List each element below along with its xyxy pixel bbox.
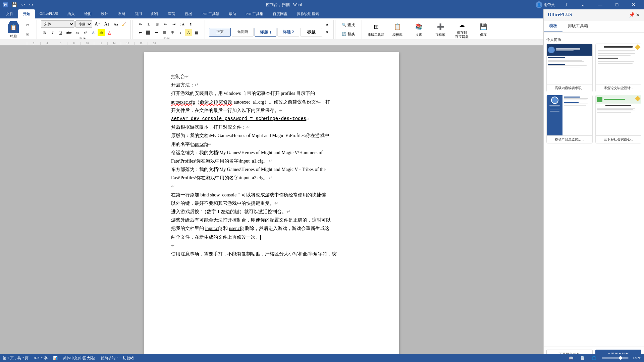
subscript-btn[interactable]: x₂ — [73, 29, 81, 36]
template-card-4[interactable]: 三下乡社会实践心... — [595, 95, 642, 143]
tab-officeplus[interactable]: OfficePLUS — [35, 9, 63, 18]
chinese-layout-btn[interactable]: 中 — [169, 29, 176, 36]
ribbon-collapse-btn[interactable]: ⌄ — [576, 0, 591, 9]
tab-search[interactable]: 操作说明搜索 — [292, 9, 324, 18]
template-grid-1: 高级内容编辑求职... — [546, 44, 641, 92]
find-btn[interactable]: 🔍 查找 — [339, 20, 357, 29]
clear-format-btn[interactable]: 🧹 — [120, 20, 128, 28]
tab-baidu[interactable]: 百度网盘 — [268, 9, 292, 18]
tab-home[interactable]: 开始 — [18, 9, 35, 18]
redo-btn[interactable]: ↪ — [28, 1, 35, 8]
save-btn[interactable]: 💾 保存 — [473, 20, 493, 39]
accessibility-info[interactable]: 辅助功能：一切就绪 — [101, 356, 134, 361]
border-btn[interactable]: ▦ — [193, 29, 200, 36]
undo-btn[interactable]: ↩ — [20, 1, 26, 8]
save-quick-btn[interactable]: 💾 — [10, 1, 18, 8]
op-tab-layout[interactable]: 排版工具箱 — [562, 20, 593, 32]
italic-btn[interactable]: I — [49, 29, 56, 36]
doc-lib-btn[interactable]: 📚 文库 — [409, 20, 429, 39]
replace-btn[interactable]: 🔄 替换 — [339, 29, 357, 38]
font-color-btn[interactable]: A — [106, 29, 113, 36]
align-left-btn[interactable]: ⬅ — [137, 29, 144, 36]
style-title[interactable]: 标题 — [300, 28, 322, 37]
style-normal[interactable]: 正文 — [209, 28, 231, 37]
line-spacing-btn[interactable]: ↕ — [177, 29, 184, 36]
layout-tools-btn[interactable]: ⊞ 排版工具箱 — [366, 20, 386, 39]
user-area[interactable]: 👤 雨帝吴 — [533, 1, 557, 8]
doc-line: 把我的文档里的 input.cfg 和 user.cfg 删除，然后进入游戏，游… — [171, 224, 372, 233]
decrease-indent-btn[interactable]: ⇤ — [162, 20, 169, 28]
template-card-2[interactable]: 毕业论文毕业设计... — [595, 44, 642, 92]
strikethrough-btn[interactable]: abc — [65, 29, 73, 36]
tab-help[interactable]: 帮助 — [224, 9, 241, 18]
justify-btn[interactable]: ☰ — [161, 29, 168, 36]
shrink-font-btn[interactable]: A↓ — [103, 20, 111, 28]
template-card-1[interactable]: 高级内容编辑求职... — [546, 44, 593, 92]
template-lib-btn[interactable]: 📋 模板库 — [387, 20, 408, 39]
underline-btn[interactable]: U — [57, 29, 64, 36]
tab-insert[interactable]: 插入 — [63, 9, 79, 18]
change-case-btn[interactable]: Aa — [112, 20, 119, 28]
maximize-btn[interactable]: □ — [609, 0, 625, 9]
zoom-level[interactable]: 140% — [633, 356, 641, 360]
ruler-mark: 6 — [54, 42, 67, 45]
copy-btn[interactable]: ⎘ — [23, 30, 32, 39]
tab-design[interactable]: 设计 — [96, 9, 113, 18]
tab-pdf1[interactable]: PDF工具箱 — [197, 9, 224, 18]
highlight-btn[interactable]: ab — [98, 29, 105, 36]
styles-scroll-down[interactable]: ▼ — [323, 28, 331, 36]
tab-ref[interactable]: 引用 — [130, 9, 147, 18]
op-close-btn[interactable]: ✕ — [636, 12, 640, 17]
tab-file[interactable]: 文件 — [1, 9, 18, 18]
font-size-select[interactable]: 小四 — [75, 20, 92, 28]
save-baidu-label: 保存到百度网盘 — [455, 31, 469, 39]
doc-line: 游戏升级后有可能会无法打开控制台，即使你的配置文件是正确的，这时可以 — [171, 216, 372, 224]
tab-draw[interactable]: 绘图 — [79, 9, 96, 18]
word-count: 874 个字 — [34, 356, 48, 361]
template-label-4: 三下乡社会实践心... — [596, 135, 641, 143]
shading-btn[interactable]: A — [185, 29, 192, 36]
sort-btn[interactable]: ↕A — [178, 20, 186, 28]
op-pin-btn[interactable]: 📌 — [629, 12, 635, 17]
cut-btn[interactable]: ✂ — [23, 20, 32, 29]
web-view-btn[interactable]: 🌐 — [590, 355, 598, 361]
multilevel-list-btn[interactable]: ⊞ — [153, 20, 161, 28]
doc-line: 以外的键，最好不要和其它游戏中的快捷键重复。↵ — [171, 199, 372, 207]
style-h1[interactable]: 标题 1 — [255, 28, 276, 37]
add-items-btn[interactable]: ➕ 加载项 — [430, 20, 450, 39]
tab-mail[interactable]: 邮件 — [147, 9, 163, 18]
minimize-btn[interactable]: — — [592, 0, 608, 9]
document-area[interactable]: 控制台↵ 开启方法：↵ 打开游戏的安装目录，用 windows 自带的记事本打开… — [0, 46, 543, 354]
grow-font-btn[interactable]: A↑ — [93, 20, 102, 28]
align-right-btn[interactable]: ➡ — [153, 29, 160, 36]
number-list-btn[interactable]: 1. — [145, 20, 152, 28]
styles-scroll-up[interactable]: ▲ — [323, 20, 331, 28]
op-tab-template[interactable]: 模板 — [544, 20, 562, 32]
doc-line: 在第一行添加 bind show_console ''' 可以将改成游戏中你所经… — [171, 191, 372, 199]
tab-review[interactable]: 审阅 — [163, 9, 180, 18]
op-header: OfficePLUS 📌 ✕ — [544, 9, 644, 20]
close-btn[interactable]: ✕ — [626, 0, 641, 9]
text-effect-btn[interactable]: A — [90, 29, 97, 36]
bold-btn[interactable]: B — [41, 29, 48, 36]
share-btn[interactable]: ⤴ — [559, 0, 574, 9]
increase-indent-btn[interactable]: ⇥ — [170, 20, 177, 28]
superscript-btn[interactable]: x² — [82, 29, 89, 36]
style-nospace[interactable]: 无间隔 — [232, 28, 254, 37]
print-view-btn[interactable]: 📄 — [579, 355, 586, 361]
save-baidu-btn[interactable]: ☁ 保存到百度网盘 — [452, 20, 472, 39]
tab-view[interactable]: 视图 — [180, 9, 197, 18]
align-center-btn[interactable]: ⬛ — [145, 29, 152, 36]
show-marks-btn[interactable]: ¶ — [187, 20, 194, 28]
tab-pdf2[interactable]: PDF工具集 — [241, 9, 268, 18]
tab-layout[interactable]: 布局 — [113, 9, 130, 18]
document-page[interactable]: 控制台↵ 开启方法：↵ 打开游戏的安装目录，用 windows 自带的记事本打开… — [144, 52, 399, 354]
read-view-btn[interactable]: 📖 — [568, 355, 575, 361]
template-card-3[interactable]: 移动产品总监简历... — [546, 95, 593, 143]
zoom-slider[interactable] — [602, 357, 629, 359]
style-h2[interactable]: 标题 2 — [277, 28, 299, 37]
language-info[interactable]: 简体中文(中国大陆) — [63, 356, 95, 361]
font-name-select[interactable]: 宋体 — [41, 20, 74, 28]
paste-btn[interactable]: 📋 粘贴 — [5, 20, 21, 39]
bullet-list-btn[interactable]: ≡• — [137, 20, 144, 28]
